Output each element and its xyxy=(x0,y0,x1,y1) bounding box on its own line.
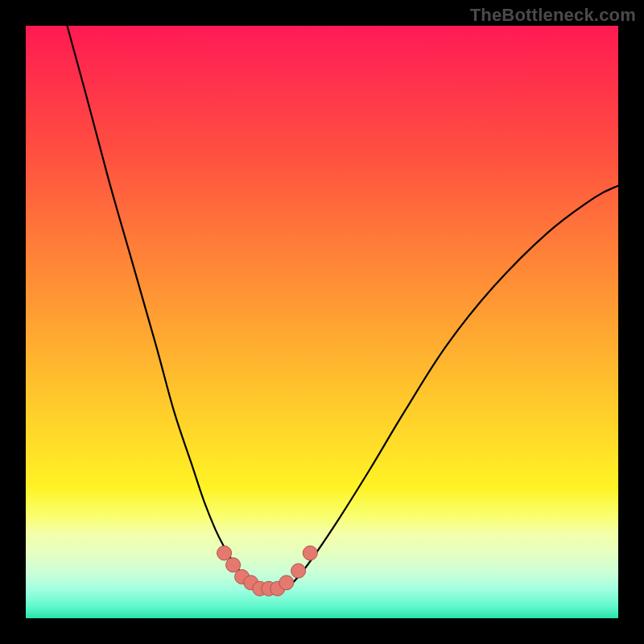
watermark-text: TheBottleneck.com xyxy=(470,5,636,26)
bottleneck-marker-group xyxy=(217,546,318,596)
bottleneck-marker xyxy=(217,546,232,560)
bottleneck-marker xyxy=(303,546,317,560)
chart-frame: TheBottleneck.com xyxy=(0,0,644,644)
left-curve xyxy=(68,26,260,588)
right-curve xyxy=(287,186,618,589)
curve-layer xyxy=(26,26,618,618)
bottleneck-marker xyxy=(226,558,241,572)
bottleneck-marker xyxy=(291,564,306,578)
plot-area xyxy=(26,26,618,618)
bottleneck-marker xyxy=(279,576,294,590)
